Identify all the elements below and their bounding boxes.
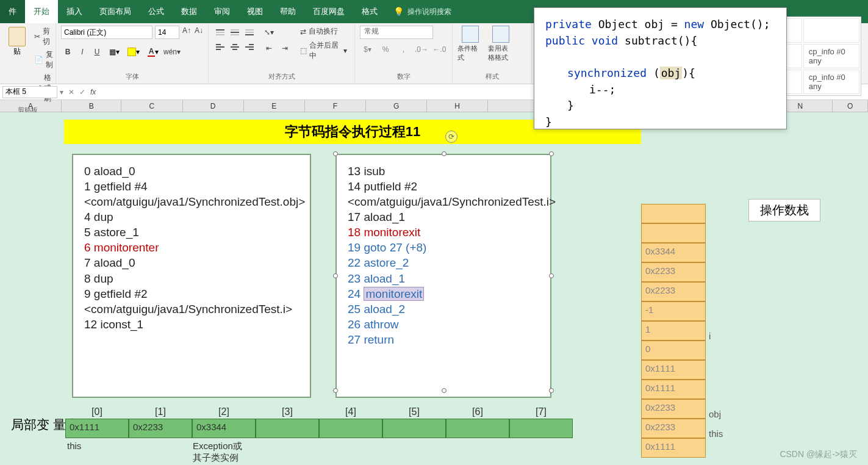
stack-cell: 0x1111 <box>641 360 706 380</box>
lvt-cell <box>319 419 382 438</box>
tab-view[interactable]: 视图 <box>239 0 271 23</box>
resize-handle[interactable] <box>549 273 554 278</box>
bytecode-line: 0 aload_0 <box>84 164 299 179</box>
increase-font-button[interactable]: A↑ <box>182 26 192 39</box>
resize-handle[interactable] <box>549 388 554 393</box>
resize-handle[interactable] <box>333 273 338 278</box>
underline-button[interactable]: U <box>90 45 104 59</box>
col-header-O[interactable]: O <box>833 100 868 112</box>
bytecode-line: 18 monitorexit <box>348 225 539 240</box>
copy-icon: 📄 <box>34 56 43 64</box>
font-color-icon: A <box>148 47 156 57</box>
tab-insert[interactable]: 插入 <box>58 0 91 23</box>
paste-button[interactable]: 贴 <box>5 26 29 58</box>
stack-cell: 1 <box>641 321 706 341</box>
align-left[interactable] <box>213 40 227 54</box>
conditional-format-button[interactable]: 条件格式 <box>457 26 483 62</box>
tab-formula[interactable]: 公式 <box>140 0 173 23</box>
group-font: A↑ A↓ B I U ▦▾ ▾ A▾ wén▾ 字体 <box>56 23 209 84</box>
align-bottom[interactable] <box>243 26 256 39</box>
col-header-E[interactable]: E <box>244 100 305 112</box>
lvt-cell <box>509 419 573 438</box>
bytecode-line: 1 getfield #4 <box>84 179 299 194</box>
worksheet-canvas[interactable]: 字节码指令执行过程11 ⟳ 0 aload_01 getfield #4<com… <box>0 112 868 465</box>
increase-indent[interactable]: ⇥ <box>278 41 292 55</box>
bytecode-line: 24 monitorexit <box>348 286 539 301</box>
number-format-select[interactable]: 常规 <box>360 26 433 39</box>
bytecode-line: 5 astore_1 <box>84 225 299 240</box>
tab-format[interactable]: 格式 <box>353 0 386 23</box>
col-header-G[interactable]: G <box>366 100 427 112</box>
name-box[interactable] <box>2 86 57 98</box>
percent-button[interactable]: % <box>378 43 393 56</box>
cut-button[interactable]: ✂剪切 <box>32 26 56 48</box>
align-right[interactable] <box>243 40 256 54</box>
rotate-handle-icon[interactable]: ⟳ <box>445 131 457 143</box>
col-header-D[interactable]: D <box>183 100 244 112</box>
font-color-dropdown[interactable]: A▾ <box>144 45 162 59</box>
currency-button[interactable]: $▾ <box>360 43 375 56</box>
group-styles: 条件格式 套用表格格式 样式 <box>453 23 532 84</box>
tab-file[interactable]: 件 <box>0 0 25 23</box>
orientation-button[interactable]: ⤡▾ <box>262 26 276 39</box>
bytecode-line: <com/atguigu/java1/SynchronizedTest.obj> <box>84 194 299 209</box>
decrease-indent[interactable]: ⇤ <box>262 41 276 55</box>
group-clipboard: 贴 ✂剪切 📄复制 🖌格式刷 剪贴板 <box>0 23 56 84</box>
wrap-text-button[interactable]: ⇄ 自动换行 <box>298 26 350 37</box>
resize-handle[interactable] <box>333 388 338 393</box>
resize-handle[interactable] <box>333 151 338 156</box>
confirm-formula-button[interactable]: ✓ <box>79 88 85 96</box>
tab-baidu[interactable]: 百度网盘 <box>304 0 353 23</box>
resize-handle[interactable] <box>549 151 554 156</box>
merge-center-button[interactable]: ⬚ 合并后居中 ▾ <box>298 40 350 62</box>
font-title: 字体 <box>61 71 203 82</box>
stack-cell: 0x2233 <box>641 399 706 419</box>
align-top[interactable] <box>213 26 227 39</box>
comma-button[interactable]: , <box>396 43 411 56</box>
fill-color-dropdown[interactable]: ▾ <box>124 45 143 59</box>
increase-decimal[interactable]: .0→ <box>414 43 429 56</box>
stack-cell: 0 <box>641 341 706 360</box>
styles-title: 样式 <box>457 71 526 82</box>
col-header-H[interactable]: H <box>427 100 488 112</box>
bold-button[interactable]: B <box>61 45 74 59</box>
bytecode-line: 25 aload_2 <box>348 301 539 317</box>
align-center[interactable] <box>228 40 242 54</box>
decrease-font-button[interactable]: A↓ <box>194 26 204 39</box>
tab-layout[interactable]: 页面布局 <box>91 0 140 23</box>
stack-cell: 0x2233 <box>641 419 706 438</box>
fx-icon[interactable]: fx <box>90 88 96 96</box>
col-header-A[interactable]: A <box>0 100 62 112</box>
decrease-decimal[interactable]: ←.0 <box>432 43 447 56</box>
lvt-cell <box>446 419 509 438</box>
col-header-F[interactable]: F <box>305 100 366 112</box>
tab-help[interactable]: 帮助 <box>271 0 304 23</box>
phonetic-button[interactable]: wén▾ <box>163 45 177 59</box>
bytecode-line: 19 goto 27 (+8) <box>348 240 539 255</box>
col-header-B[interactable]: B <box>62 100 121 112</box>
java-code-panel: private Object obj = new Object(); publi… <box>534 7 787 129</box>
tab-review[interactable]: 审阅 <box>206 0 239 23</box>
bulb-icon: 💡 <box>393 7 404 16</box>
bytecode-box-right[interactable]: 13 isub14 putfield #2<com/atguigu/java1/… <box>335 154 551 398</box>
border-dropdown[interactable]: ▦▾ <box>105 45 123 59</box>
tell-me-search[interactable]: 💡 操作说明搜索 <box>386 0 459 23</box>
copy-button[interactable]: 📄复制 <box>32 49 56 71</box>
resize-handle[interactable] <box>442 151 447 156</box>
stack-note: this <box>709 428 723 439</box>
fill-swatch-icon <box>127 48 136 56</box>
tab-data[interactable]: 数据 <box>173 0 206 23</box>
col-header-C[interactable]: C <box>121 100 182 112</box>
align-middle[interactable] <box>228 26 242 39</box>
bytecode-line: 12 iconst_1 <box>84 317 299 332</box>
tab-start[interactable]: 开始 <box>25 0 58 23</box>
lvt-row: 0x11110x22330x3344 <box>65 419 573 438</box>
font-size-select[interactable] <box>155 26 179 39</box>
resize-handle[interactable] <box>442 388 447 393</box>
font-name-select[interactable] <box>61 26 152 39</box>
table-format-button[interactable]: 套用表格格式 <box>488 26 514 62</box>
italic-button[interactable]: I <box>76 45 89 59</box>
cancel-formula-button[interactable]: ✕ <box>68 88 74 96</box>
stack-cell: 0x1111 <box>641 380 706 399</box>
lvt-index: [2] <box>192 406 256 417</box>
